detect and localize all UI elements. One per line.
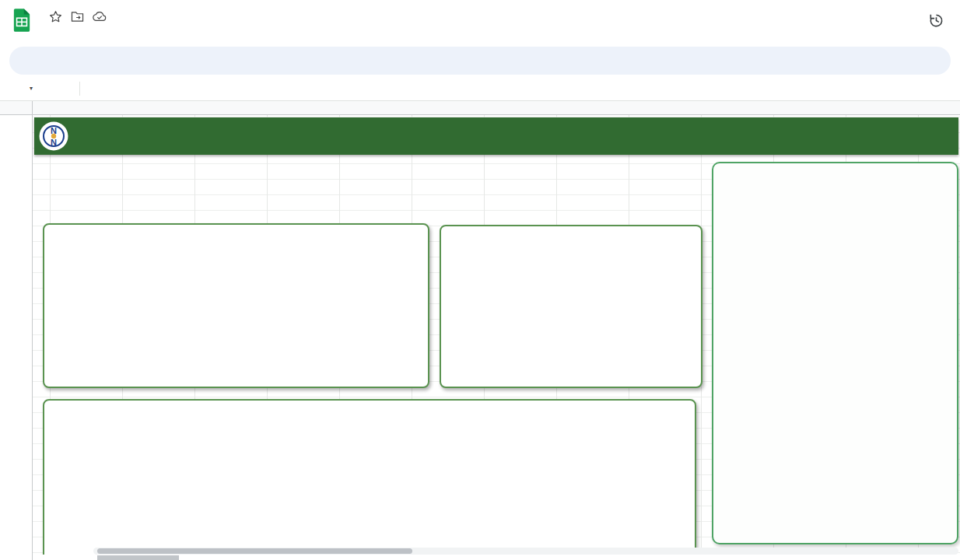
horizontal-scrollbar[interactable]	[93, 548, 958, 555]
sheet-canvas[interactable]: NN	[33, 115, 960, 560]
formula-bar-divider	[79, 82, 80, 96]
google-sheets-app: ▾ NN	[0, 0, 960, 560]
version-history-icon[interactable]	[928, 12, 944, 29]
star-icon[interactable]	[49, 10, 62, 23]
title-row	[40, 6, 928, 26]
chart-delayed-compliance-by-area[interactable]	[440, 225, 702, 388]
svg-text:N: N	[51, 138, 57, 147]
sheets-logo-icon[interactable]	[12, 9, 31, 32]
chart-total-compliance-by-priority[interactable]	[43, 399, 696, 560]
company-logo: NN	[39, 121, 68, 151]
slicer-panel	[712, 162, 958, 544]
formula-bar: ▾	[0, 76, 960, 101]
area-chart	[44, 243, 431, 385]
chart-total-compliance-by-month[interactable]	[43, 223, 429, 388]
sheet-tab[interactable]	[97, 555, 179, 560]
top-bar	[0, 0, 960, 45]
select-all-corner[interactable]	[0, 101, 33, 115]
formula-input[interactable]	[93, 76, 960, 100]
svg-text:N: N	[51, 126, 57, 135]
column-headers	[33, 101, 960, 115]
row-headers	[0, 115, 33, 560]
name-box[interactable]: ▾	[0, 85, 73, 92]
topbar-main	[40, 6, 928, 27]
move-folder-icon[interactable]	[71, 11, 84, 23]
horizontal-scrollbar-thumb[interactable]	[97, 548, 412, 554]
name-box-caret-icon: ▾	[30, 85, 33, 92]
toolbar	[9, 47, 951, 75]
cloud-save-status-icon	[93, 11, 107, 22]
column-3d-chart	[44, 435, 698, 544]
dashboard-banner: NN	[34, 117, 958, 155]
sheet-tab-strip[interactable]	[33, 555, 960, 560]
